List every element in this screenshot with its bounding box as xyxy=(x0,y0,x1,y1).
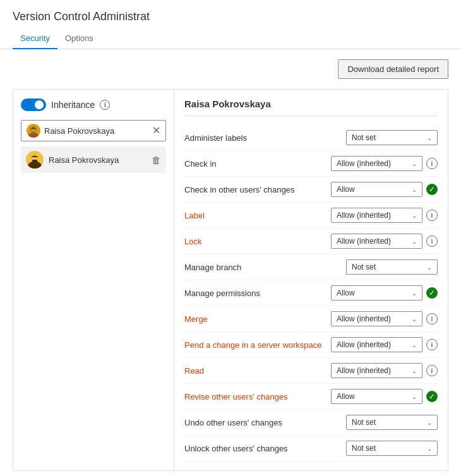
svg-rect-5 xyxy=(32,160,37,162)
dropdown-value: Not set xyxy=(352,444,423,453)
permission-dropdown-container: Allow⌄✓ xyxy=(331,182,438,197)
table-row: ReadAllow (inherited)⌄i xyxy=(184,358,438,384)
permission-dropdown-container: Allow⌄✓ xyxy=(331,389,438,404)
delete-user-icon[interactable]: 🗑 xyxy=(152,155,161,165)
permission-dropdown[interactable]: Allow⌄ xyxy=(331,389,422,404)
permission-dropdown[interactable]: Allow (inherited)⌄ xyxy=(331,208,422,223)
main-panel: Inheritance i Raisa Pokrovskaya ✕ xyxy=(13,89,448,471)
right-panel: Raisa Pokrovskaya Administer labelsNot s… xyxy=(174,90,448,470)
chevron-down-icon: ⌄ xyxy=(427,264,432,271)
table-row: Pend a change in a server workspaceAllow… xyxy=(184,332,438,358)
dropdown-value: Allow xyxy=(337,289,408,297)
permission-dropdown[interactable]: Not set⌄ xyxy=(346,441,438,456)
table-row: Revise other users' changesAllow⌄✓ xyxy=(184,384,438,410)
permission-name: Pend a change in a server workspace xyxy=(184,340,331,350)
chevron-down-icon: ⌄ xyxy=(427,445,432,452)
dropdown-value: Allow (inherited) xyxy=(337,211,408,220)
tab-options[interactable]: Options xyxy=(57,28,101,49)
permission-user-title: Raisa Pokrovskaya xyxy=(184,98,438,116)
permission-dropdown-container: Allow (inherited)⌄i xyxy=(331,234,438,249)
chevron-down-icon: ⌄ xyxy=(427,134,432,141)
permission-dropdown[interactable]: Not set⌄ xyxy=(346,415,438,430)
table-row: Administer labelsNot set⌄ xyxy=(184,125,438,151)
download-report-button[interactable]: Download detailed report xyxy=(338,59,448,79)
permission-dropdown-container: Allow (inherited)⌄i xyxy=(331,208,438,223)
table-row: LabelAllow (inherited)⌄i xyxy=(184,203,438,229)
permission-dropdown[interactable]: Not set⌄ xyxy=(346,130,438,145)
permission-name: Manage branch xyxy=(184,263,346,272)
permission-dropdown[interactable]: Allow (inherited)⌄ xyxy=(331,337,422,352)
table-row: Check in other users' changesAllow⌄✓ xyxy=(184,177,438,203)
check-icon: ✓ xyxy=(426,391,438,402)
permission-dropdown[interactable]: Allow (inherited)⌄ xyxy=(331,311,422,326)
content-area: Download detailed report Inheritance i xyxy=(0,49,461,476)
permissions-list: Administer labelsNot set⌄Check inAllow (… xyxy=(184,125,438,461)
chevron-down-icon: ⌄ xyxy=(412,290,417,297)
page-container: Version Control Administrat Security Opt… xyxy=(0,0,461,476)
dropdown-value: Allow (inherited) xyxy=(337,366,408,375)
table-row: Manage branchNot set⌄ xyxy=(184,254,438,280)
dropdown-value: Not set xyxy=(352,133,423,142)
permission-name: Check in xyxy=(184,159,331,169)
page-title: Version Control Administrat xyxy=(0,0,461,28)
chevron-down-icon: ⌄ xyxy=(412,367,417,374)
permission-name: Label xyxy=(184,211,331,220)
close-search-user-button[interactable]: ✕ xyxy=(152,126,160,136)
permission-dropdown-container: Allow⌄✓ xyxy=(331,285,438,300)
info-icon[interactable]: i xyxy=(426,158,438,169)
permission-name: Lock xyxy=(184,237,331,246)
permission-name: Undo other users' changes xyxy=(184,418,346,427)
dropdown-value: Allow (inherited) xyxy=(337,237,408,246)
permission-dropdown[interactable]: Not set⌄ xyxy=(346,259,438,275)
inheritance-row: Inheritance i xyxy=(21,98,166,111)
table-row: Check inAllow (inherited)⌄i xyxy=(184,151,438,177)
inheritance-info-icon[interactable]: i xyxy=(100,100,110,110)
left-panel: Inheritance i Raisa Pokrovskaya ✕ xyxy=(13,90,174,470)
chevron-down-icon: ⌄ xyxy=(412,160,417,167)
chevron-down-icon: ⌄ xyxy=(412,238,417,245)
check-icon: ✓ xyxy=(426,287,438,299)
table-row: Unlock other users' changesNot set⌄ xyxy=(184,436,438,461)
permission-name: Manage permissions xyxy=(184,289,331,298)
table-row: Undo other users' changesNot set⌄ xyxy=(184,410,438,436)
permission-dropdown-container: Allow (inherited)⌄i xyxy=(331,156,438,171)
chevron-down-icon: ⌄ xyxy=(427,419,432,426)
user-avatar xyxy=(26,151,44,169)
search-user-input[interactable]: Raisa Pokrovskaya ✕ xyxy=(21,120,166,141)
table-row: LockAllow (inherited)⌄i xyxy=(184,229,438,254)
check-icon: ✓ xyxy=(426,184,438,195)
permission-dropdown[interactable]: Allow (inherited)⌄ xyxy=(331,156,422,171)
dropdown-value: Allow xyxy=(337,185,408,194)
permission-dropdown-container: Allow (inherited)⌄i xyxy=(331,311,438,326)
info-icon[interactable]: i xyxy=(426,313,438,324)
info-icon[interactable]: i xyxy=(426,235,438,247)
info-icon[interactable]: i xyxy=(426,365,438,376)
dropdown-value: Allow (inherited) xyxy=(337,340,408,349)
search-user-name: Raisa Pokrovskaya xyxy=(44,126,148,136)
info-icon[interactable]: i xyxy=(426,339,438,350)
permission-dropdown-container: Not set⌄ xyxy=(346,259,438,275)
dropdown-value: Allow (inherited) xyxy=(337,314,408,323)
permission-dropdown-container: Not set⌄ xyxy=(346,441,438,456)
permission-dropdown[interactable]: Allow⌄ xyxy=(331,285,422,300)
chevron-down-icon: ⌄ xyxy=(412,316,417,323)
dropdown-value: Not set xyxy=(352,263,423,271)
chevron-down-icon: ⌄ xyxy=(412,212,417,219)
info-icon[interactable]: i xyxy=(426,210,438,221)
chevron-down-icon: ⌄ xyxy=(412,393,417,400)
permission-dropdown[interactable]: Allow (inherited)⌄ xyxy=(331,234,422,249)
dropdown-value: Allow (inherited) xyxy=(337,159,408,168)
permission-name: Merge xyxy=(184,314,331,324)
permission-dropdown-container: Not set⌄ xyxy=(346,130,438,145)
dropdown-value: Not set xyxy=(352,418,423,427)
permission-name: Revise other users' changes xyxy=(184,392,331,402)
permission-dropdown[interactable]: Allow (inherited)⌄ xyxy=(331,363,422,378)
chevron-down-icon: ⌄ xyxy=(412,186,417,193)
permission-name: Administer labels xyxy=(184,133,346,143)
permission-dropdown[interactable]: Allow⌄ xyxy=(331,182,422,197)
inheritance-label: Inheritance xyxy=(51,100,95,110)
user-list-name: Raisa Pokrovskaya xyxy=(49,155,147,165)
tab-security[interactable]: Security xyxy=(13,28,57,49)
inheritance-toggle[interactable] xyxy=(21,98,46,111)
list-item[interactable]: Raisa Pokrovskaya 🗑 xyxy=(21,146,166,173)
